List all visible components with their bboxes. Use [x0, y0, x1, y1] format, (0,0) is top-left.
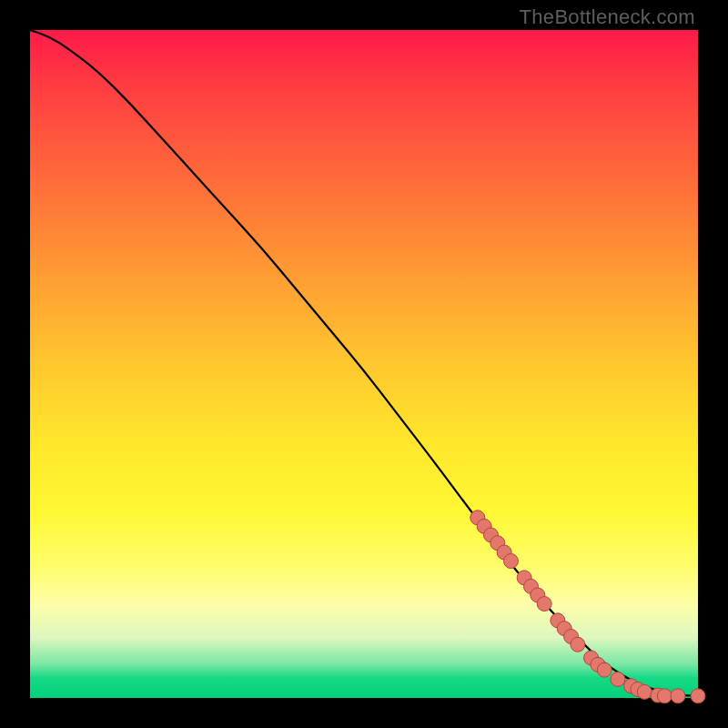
data-point: [571, 637, 585, 652]
plot-area: [30, 30, 698, 698]
watermark-text: TheBottleneck.com: [520, 5, 695, 29]
data-point: [597, 662, 612, 677]
data-point: [671, 689, 685, 703]
data-point: [691, 689, 705, 703]
data-points: [470, 511, 705, 703]
data-point: [657, 689, 672, 703]
chart-svg: [30, 30, 698, 698]
chart-frame: TheBottleneck.com: [0, 0, 728, 728]
data-point: [503, 554, 518, 569]
data-point: [537, 597, 551, 612]
curve-line: [30, 30, 698, 696]
data-point: [611, 672, 625, 686]
data-point: [637, 684, 652, 699]
